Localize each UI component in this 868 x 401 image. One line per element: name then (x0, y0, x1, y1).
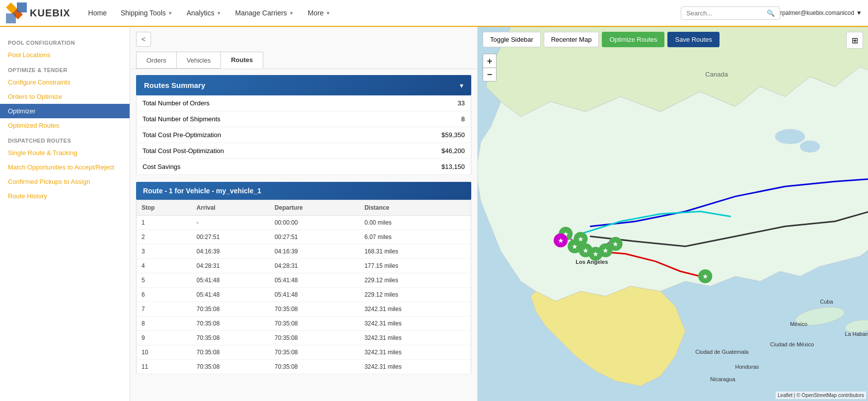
kuebix-logo-icon (6, 2, 27, 23)
stop-arrival: 70:35:08 (192, 360, 270, 374)
stop-distance: 3242.31 miles (360, 317, 471, 331)
stop-departure: 05:41:48 (270, 288, 360, 302)
sidebar-item-orders-to-optimize[interactable]: Orders to Optimize (0, 89, 130, 104)
stop-arrival: 05:41:48 (192, 273, 270, 288)
center-panel: < Orders Vehicles Routes Routes Summary … (130, 27, 478, 401)
sidebar-item-optimized-routes[interactable]: Optimized Routes (0, 118, 130, 133)
collapse-sidebar-button[interactable]: < (136, 32, 151, 47)
manage-carriers-chevron-icon: ▼ (289, 10, 294, 16)
svg-text:Canada: Canada (705, 71, 728, 78)
stop-departure: 05:41:48 (270, 273, 360, 288)
svg-text:Honduras: Honduras (735, 364, 759, 370)
routes-summary-title: Routes Summary (144, 81, 205, 89)
map-layer-icon: ⊞ (852, 36, 858, 45)
nav-home[interactable]: Home (82, 5, 113, 21)
stop-row: 3 04:16:39 04:16:39 168.31 miles (137, 244, 471, 259)
summary-value: 33 (379, 95, 471, 111)
sidebar-item-confirmed-pickups[interactable]: Confirmed Pickups to Assign (0, 174, 130, 189)
stop-row: 7 70:35:08 70:35:08 3242.31 miles (137, 302, 471, 317)
stop-distance: 177.15 miles (360, 259, 471, 273)
stop-number: 8 (137, 317, 192, 331)
stop-row: 9 70:35:08 70:35:08 3242.31 miles (137, 331, 471, 345)
svg-text:★: ★ (572, 242, 578, 250)
optimize-routes-button[interactable]: Optimize Routes (602, 32, 664, 47)
toggle-sidebar-button[interactable]: Toggle Sidebar (483, 32, 541, 47)
summary-row: Total Cost Post-Optimization$46,200 (137, 143, 471, 159)
svg-text:★: ★ (602, 246, 609, 254)
svg-text:Los Angeles: Los Angeles (576, 259, 608, 265)
nav-manage-carriers[interactable]: Manage Carriers ▼ (229, 5, 300, 21)
tab-vehicles[interactable]: Vehicles (176, 52, 221, 69)
stop-distance: 3242.31 miles (360, 302, 471, 317)
stop-row: 5 05:41:48 05:41:48 229.12 miles (137, 273, 471, 288)
sidebar-item-match-opportunities[interactable]: Match Opportunities to Accept/Reject (0, 160, 130, 174)
stop-row: 2 00:27:51 00:27:51 6.07 miles (137, 230, 471, 244)
svg-text:★: ★ (612, 240, 619, 248)
stop-number: 10 (137, 345, 192, 360)
stop-number: 9 (137, 331, 192, 345)
svg-text:★: ★ (592, 250, 599, 258)
summary-table: Total Number of Orders33Total Number of … (136, 95, 471, 175)
sidebar-item-single-route[interactable]: Single Route & Tracking (0, 146, 130, 160)
left-sidebar: POOL CONFIGURATION Pool Locations OPTIMI… (0, 27, 130, 401)
routes-content: Routes Summary ▾ Total Number of Orders3… (130, 69, 477, 401)
summary-value: $13,150 (379, 159, 471, 175)
summary-row: Total Number of Orders33 (137, 95, 471, 111)
save-routes-button[interactable]: Save Routes (667, 32, 719, 47)
stop-number: 2 (137, 230, 192, 244)
stop-row: 10 70:35:08 70:35:08 3242.31 miles (137, 345, 471, 360)
stop-distance: 3242.31 miles (360, 360, 471, 374)
summary-value: 8 (379, 111, 471, 127)
zoom-in-button[interactable]: + (483, 54, 497, 68)
stop-distance: 229.12 miles (360, 273, 471, 288)
routes-summary-header[interactable]: Routes Summary ▾ (136, 75, 471, 95)
svg-text:★: ★ (582, 246, 589, 254)
sidebar-item-optimizer[interactable]: Optimizer (0, 104, 130, 118)
collapse-btn-row: < (130, 27, 477, 52)
dispatched-routes-section-title: DISPATCHED ROUTES (0, 133, 130, 146)
tab-orders[interactable]: Orders (136, 52, 177, 69)
sidebar-item-pool-locations[interactable]: Pool Locations (0, 48, 130, 62)
stop-row: 8 70:35:08 70:35:08 3242.31 miles (137, 317, 471, 331)
stop-arrival: 04:16:39 (192, 244, 270, 259)
svg-text:★: ★ (702, 272, 709, 280)
user-dropdown-icon[interactable]: ▼ (856, 9, 862, 16)
zoom-out-button[interactable]: − (483, 68, 497, 81)
sidebar-item-route-history[interactable]: Route History (0, 189, 130, 203)
nav-shipping-tools[interactable]: Shipping Tools ▼ (115, 5, 179, 21)
top-nav: KUEBIX Home Shipping Tools ▼ Analytics ▼… (0, 0, 868, 27)
map-attribution: Leaflet | © OpenStreetMap contributors (776, 392, 866, 399)
more-chevron-icon: ▼ (326, 10, 331, 16)
tabs-row: Orders Vehicles Routes (130, 52, 477, 69)
recenter-map-button[interactable]: Recenter Map (544, 32, 599, 47)
stop-departure: 70:35:08 (270, 317, 360, 331)
svg-text:Ciudad de México: Ciudad de México (770, 341, 814, 347)
stop-departure: 70:35:08 (270, 345, 360, 360)
stop-arrival: 70:35:08 (192, 302, 270, 317)
stop-row: 4 04:28:31 04:28:31 177.15 miles (137, 259, 471, 273)
sidebar-item-configure-constraints[interactable]: Configure Constraints (0, 75, 130, 89)
map-layer-button[interactable]: ⊞ (846, 32, 863, 49)
nav-more[interactable]: More ▼ (302, 5, 337, 21)
stop-distance: 6.07 miles (360, 230, 471, 244)
search-box[interactable]: 🔍 (681, 6, 780, 20)
svg-text:México: México (790, 321, 807, 327)
stop-departure: 70:35:08 (270, 360, 360, 374)
svg-marker-3 (6, 13, 16, 23)
summary-value: $59,350 (379, 127, 471, 143)
tab-routes[interactable]: Routes (220, 52, 263, 69)
stop-row: 11 70:35:08 70:35:08 3242.31 miles (137, 360, 471, 374)
nav-links: Home Shipping Tools ▼ Analytics ▼ Manage… (82, 5, 681, 21)
stop-arrival: 70:35:08 (192, 317, 270, 331)
summary-row: Cost Savings$13,150 (137, 159, 471, 175)
search-input[interactable] (686, 9, 765, 17)
summary-row: Total Cost Pre-Optimization$59,350 (137, 127, 471, 143)
summary-row: Total Number of Shipments8 (137, 111, 471, 127)
stop-row: 1 - 00:00:00 0.00 miles (137, 216, 471, 230)
map-toolbar: Toggle Sidebar Recenter Map Optimize Rou… (483, 32, 720, 47)
stop-arrival: 05:41:48 (192, 288, 270, 302)
nav-analytics[interactable]: Analytics ▼ (181, 5, 227, 21)
summary-label: Total Cost Post-Optimization (137, 143, 379, 159)
shipping-tools-chevron-icon: ▼ (168, 10, 173, 16)
stop-arrival: 04:28:31 (192, 259, 270, 273)
